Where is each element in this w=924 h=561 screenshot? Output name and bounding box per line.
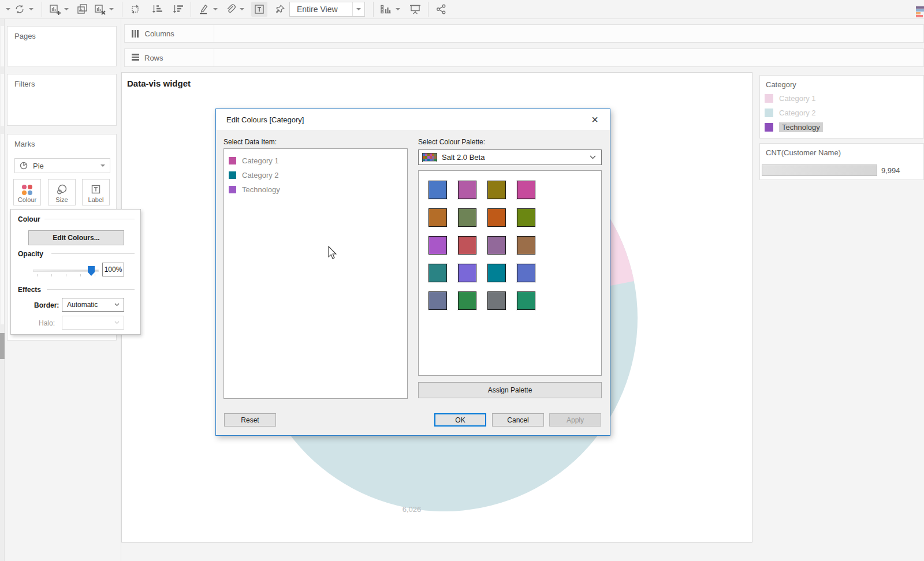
fit-selector-caret-icon[interactable]	[352, 2, 364, 16]
dialog-data-item[interactable]: Category 1	[224, 154, 407, 168]
palette-dropdown[interactable]: Salt 2.0 Beta	[418, 149, 602, 165]
clear-sheet-caret-icon[interactable]	[109, 8, 114, 10]
attach-caret-icon[interactable]	[240, 8, 244, 10]
data-pane-handle[interactable]	[0, 333, 5, 359]
mark-type-dropdown[interactable]: Pie	[14, 158, 110, 173]
size-legend-title: CNT(Customer Name)	[760, 144, 923, 157]
palette-swatch[interactable]	[487, 264, 506, 282]
refresh-icon[interactable]	[13, 2, 27, 17]
data-item-list[interactable]: Category 1Category 2Technology	[223, 148, 408, 399]
filters-label: Filters	[8, 74, 116, 88]
chevron-down-icon	[114, 303, 120, 306]
palette-swatch[interactable]	[517, 208, 535, 227]
halo-label: Halo:	[39, 319, 55, 327]
size-button-label: Size	[55, 196, 68, 203]
legend-swatch	[765, 109, 773, 117]
show-me-icon[interactable]	[379, 2, 393, 17]
clear-sheet-icon[interactable]	[93, 2, 107, 17]
palette-swatch[interactable]	[517, 264, 535, 282]
legend-item[interactable]: Category 1	[765, 91, 923, 106]
chevron-down-icon	[590, 155, 596, 159]
edit-colours-button[interactable]: Edit Colours...	[28, 230, 124, 245]
palette-swatch[interactable]	[429, 208, 447, 227]
dialog-titlebar[interactable]: Edit Colours [Category] ×	[216, 109, 610, 130]
colour-button[interactable]: Colour	[13, 179, 41, 205]
filters-shelf[interactable]: Filters	[7, 74, 117, 126]
share-icon[interactable]	[434, 2, 448, 17]
pages-label: Pages	[8, 27, 116, 40]
palette-swatch[interactable]	[517, 291, 535, 310]
dialog-data-item[interactable]: Category 2	[224, 168, 407, 182]
assign-palette-button[interactable]: Assign Palette	[418, 382, 602, 398]
legend-item[interactable]: Technology	[765, 120, 923, 134]
reset-button[interactable]: Reset	[224, 413, 276, 427]
legend-item[interactable]: Category 2	[765, 106, 923, 120]
sort-descending-icon[interactable]	[171, 2, 185, 17]
new-worksheet-icon[interactable]	[48, 2, 62, 17]
label-t-icon	[90, 184, 102, 195]
collapsed-data-pane-strip[interactable]	[0, 19, 5, 561]
legend-title: Category	[760, 76, 923, 89]
toolbar: Entire View	[0, 0, 924, 19]
opacity-slider-handle[interactable]	[88, 266, 95, 276]
palette-swatch[interactable]	[429, 291, 447, 310]
rows-icon	[132, 54, 139, 62]
palette-value: Salt 2.0 Beta	[442, 153, 590, 162]
palette-swatch[interactable]	[458, 208, 476, 227]
columns-shelf[interactable]: Columns	[124, 24, 924, 43]
rows-shelf[interactable]: Rows	[124, 48, 924, 67]
sort-ascending-icon[interactable]	[150, 2, 164, 17]
duplicate-sheet-icon[interactable]	[76, 2, 90, 17]
palette-swatch[interactable]	[429, 181, 447, 199]
cancel-button[interactable]: Cancel	[492, 413, 544, 427]
close-icon[interactable]: ×	[587, 111, 603, 128]
colour-button-label: Colour	[18, 196, 36, 203]
new-worksheet-caret-icon[interactable]	[64, 8, 69, 10]
opacity-slider[interactable]	[33, 270, 99, 272]
fix-axes-pin-icon[interactable]	[273, 2, 287, 17]
palette-swatch[interactable]	[458, 291, 476, 310]
marks-label: Marks	[8, 134, 116, 148]
palette-swatch[interactable]	[487, 236, 506, 255]
size-button[interactable]: Size	[48, 179, 76, 205]
palette-swatch[interactable]	[487, 291, 506, 310]
palette-swatch[interactable]	[517, 236, 535, 255]
show-mark-labels-icon[interactable]	[251, 2, 267, 17]
edit-colours-dialog: Edit Colours [Category] × Select Data It…	[215, 109, 610, 436]
legend-label: Category 1	[779, 94, 816, 103]
attach-icon[interactable]	[223, 2, 237, 17]
label-button[interactable]: Label	[82, 179, 110, 205]
show-me-caret-icon[interactable]	[396, 8, 400, 10]
size-legend-bar[interactable]	[762, 164, 877, 176]
effects-section-label: Effects	[18, 286, 41, 294]
palette-swatch[interactable]	[458, 236, 476, 255]
highlight-icon[interactable]	[197, 2, 211, 17]
presentation-mode-icon[interactable]	[408, 2, 422, 17]
opacity-value[interactable]: 100%	[102, 263, 124, 276]
border-select[interactable]: Automatic	[62, 298, 124, 312]
data-item-label: Category 2	[242, 171, 279, 179]
highlight-caret-icon[interactable]	[213, 8, 218, 10]
apply-button: Apply	[549, 413, 601, 427]
palette-swatch[interactable]	[429, 264, 447, 282]
fit-selector[interactable]: Entire View	[289, 2, 365, 17]
palette-swatch[interactable]	[487, 208, 506, 227]
select-data-item-label: Select Data Item:	[223, 138, 277, 146]
dialog-data-item[interactable]: Technology	[224, 182, 407, 197]
palette-swatch[interactable]	[487, 181, 506, 199]
palette-swatch[interactable]	[429, 236, 447, 255]
dialog-title: Edit Colours [Category]	[226, 115, 304, 124]
palette-swatch[interactable]	[517, 181, 535, 199]
palette-swatch[interactable]	[458, 181, 476, 199]
pages-shelf[interactable]: Pages	[7, 26, 117, 66]
ok-button[interactable]: OK	[434, 413, 486, 427]
undo-caret-icon[interactable]	[6, 8, 10, 10]
divider	[428, 2, 429, 17]
legend-swatch	[765, 94, 773, 103]
data-item-swatch	[229, 157, 236, 164]
refresh-caret-icon[interactable]	[29, 8, 33, 10]
palette-swatch[interactable]	[458, 264, 476, 282]
swap-axes-icon[interactable]	[128, 2, 142, 17]
pie-mark-icon	[19, 161, 28, 170]
data-item-label: Category 1	[242, 156, 279, 165]
